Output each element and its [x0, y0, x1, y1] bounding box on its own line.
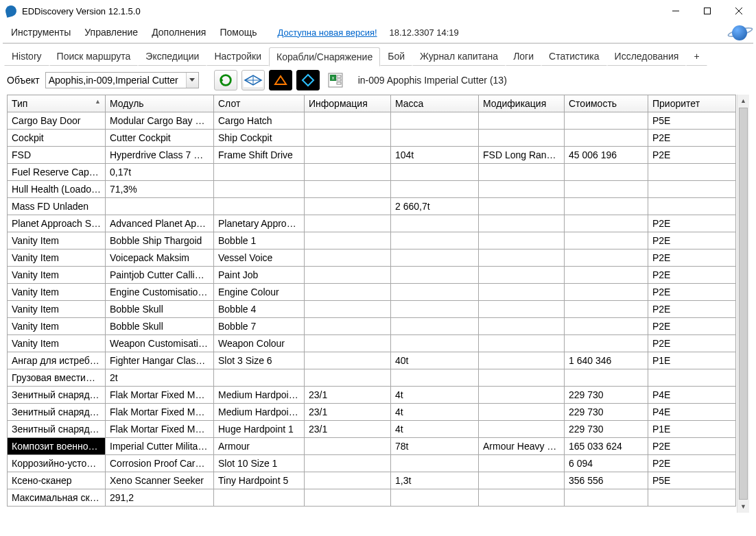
menu-manage[interactable]: Управление — [78, 24, 145, 40]
col-header-4[interactable]: Масса — [391, 95, 479, 112]
chevron-down-icon[interactable] — [186, 73, 198, 88]
cell: P5E — [648, 112, 736, 130]
tab-6[interactable]: Журнал капитана — [412, 47, 506, 66]
tab-3[interactable]: Настройки — [206, 47, 269, 66]
cell — [391, 249, 479, 267]
cell: Ship Cockpit — [214, 130, 305, 147]
close-button[interactable] — [723, 0, 755, 22]
vertical-scrollbar[interactable]: ▲ ▼ — [737, 95, 749, 513]
table-row[interactable]: Зенитный снаряд с ...Flak Mortar Fixed M… — [8, 387, 736, 404]
col-header-6[interactable]: Стоимость — [565, 95, 648, 112]
cell — [565, 318, 648, 335]
cell — [305, 318, 391, 335]
cell — [648, 198, 736, 215]
tab-5[interactable]: Бой — [380, 47, 412, 66]
refresh-button[interactable] — [214, 70, 237, 90]
cell: 23/1 — [305, 404, 391, 421]
col-header-2[interactable]: Слот — [214, 95, 305, 112]
new-version-link[interactable]: Доступна новая версия! — [278, 27, 377, 38]
menubar: Инструменты Управление Дополнения Помощь… — [0, 22, 756, 42]
cell — [391, 232, 479, 249]
tab-2[interactable]: Экспедиции — [138, 47, 206, 66]
table-row[interactable]: CockpitCutter CockpitShip CockpitP2E — [8, 130, 736, 147]
table-row[interactable]: Vanity ItemBobble SkullBobble 4P2E — [8, 301, 736, 318]
cell: Voicepack Maksim — [106, 249, 214, 267]
table-row[interactable]: Vanity ItemBobble Ship ThargoidBobble 1P… — [8, 232, 736, 249]
tab-1[interactable]: Поиск маршрута — [49, 47, 139, 66]
col-header-5[interactable]: Модификация — [479, 95, 565, 112]
planet-icon[interactable] — [727, 25, 752, 39]
menu-help[interactable]: Помощь — [213, 24, 263, 40]
inara-button[interactable] — [296, 70, 320, 90]
minimize-button[interactable] — [660, 0, 692, 22]
table-row[interactable]: Vanity ItemVoicepack MaksimVessel VoiceP… — [8, 249, 736, 267]
cell — [305, 249, 391, 267]
cell — [565, 164, 648, 181]
cell — [479, 301, 565, 318]
tab-8[interactable]: Статистика — [541, 47, 607, 66]
table-row[interactable]: Ксено-сканерXeno Scanner SeekerTiny Hard… — [8, 472, 736, 489]
cell — [565, 232, 648, 249]
table-row[interactable]: Максимальная ско...291,2 — [8, 489, 736, 507]
table-row[interactable]: Зенитный снаряд с ...Flak Mortar Fixed M… — [8, 421, 736, 438]
export-excel-button[interactable]: x — [324, 70, 347, 90]
col-header-1[interactable]: Модуль — [106, 95, 214, 112]
scroll-down-icon[interactable]: ▼ — [737, 500, 749, 513]
cell: P2E — [648, 147, 736, 164]
scroll-thumb[interactable] — [739, 108, 748, 500]
cell: P1E — [648, 421, 736, 438]
table-row[interactable]: Vanity ItemWeapon Customisatio...Weapon … — [8, 335, 736, 352]
table-row[interactable]: Vanity ItemPaintjob Cutter Calligra...Pa… — [8, 267, 736, 284]
col-header-3[interactable]: Информация — [305, 95, 391, 112]
tab-7[interactable]: Логи — [506, 47, 541, 66]
table-row[interactable]: Cargo Bay DoorModular Cargo Bay DoorCarg… — [8, 112, 736, 130]
cell — [214, 198, 305, 215]
cell: 165 033 624 — [565, 438, 648, 455]
col-header-0[interactable]: Тип▲ — [8, 95, 106, 112]
menu-tools[interactable]: Инструменты — [4, 24, 78, 40]
cell: Modular Cargo Bay Door — [106, 112, 214, 130]
table-row[interactable]: Vanity ItemEngine Customisation ...Engin… — [8, 284, 736, 301]
tab-10[interactable]: + — [686, 47, 707, 66]
table-row[interactable]: Fuel Reserve Capacity0,17t — [8, 164, 736, 181]
cell: Paintjob Cutter Calligra... — [106, 267, 214, 284]
divider — [3, 42, 753, 44]
cell — [479, 198, 565, 215]
cell: Bobble 1 — [214, 232, 305, 249]
cell: Vanity Item — [8, 318, 106, 335]
cell — [391, 318, 479, 335]
cell: Hyperdrive Class 7 Ra... — [106, 147, 214, 164]
module-table-scroll[interactable]: Тип▲МодульСлотИнформацияМассаМодификация… — [7, 95, 737, 513]
table-row[interactable]: Vanity ItemBobble SkullBobble 7P2E — [8, 318, 736, 335]
table-row[interactable]: Композит военного...Imperial Cutter Mili… — [8, 438, 736, 455]
cell: Frame Shift Drive — [214, 147, 305, 164]
cell — [479, 352, 565, 369]
table-row[interactable]: Грузовая вместимо...2t — [8, 369, 736, 387]
tab-9[interactable]: Исследования — [607, 47, 687, 66]
tab-0[interactable]: History — [4, 47, 49, 66]
table-row[interactable]: Коррозийно-устойч...Corrosion Proof Carg… — [8, 455, 736, 472]
edshipyard-button[interactable] — [269, 70, 292, 90]
table-row[interactable]: Зенитный снаряд с ...Flak Mortar Fixed M… — [8, 404, 736, 421]
tab-4[interactable]: Корабли/Снаряжение — [269, 47, 380, 66]
cell: P2E — [648, 318, 736, 335]
table-row[interactable]: Hull Health (Loadout)71,3% — [8, 181, 736, 198]
table-row[interactable]: Mass FD Unladen2 660,7t — [8, 198, 736, 215]
scroll-up-icon[interactable]: ▲ — [737, 95, 749, 107]
window-title: EDDiscovery Version 12.1.5.0 — [22, 6, 660, 16]
cell — [479, 369, 565, 387]
table-row[interactable]: FSDHyperdrive Class 7 Ra...Frame Shift D… — [8, 147, 736, 164]
table-row[interactable]: Ангар для истребит...Fighter Hangar Clas… — [8, 352, 736, 369]
cell — [565, 198, 648, 215]
cell — [479, 421, 565, 438]
menu-addons[interactable]: Дополнения — [145, 24, 213, 40]
col-header-7[interactable]: Приоритет — [648, 95, 736, 112]
cell: Paint Job — [214, 267, 305, 284]
object-input[interactable] — [46, 73, 186, 88]
object-combo[interactable] — [45, 72, 199, 88]
table-row[interactable]: Planet Approach SuiteAdvanced Planet App… — [8, 215, 736, 232]
cell — [391, 215, 479, 232]
maximize-button[interactable] — [692, 0, 723, 22]
cell: Flak Mortar Fixed Medi... — [106, 387, 214, 404]
coriolis-button[interactable] — [241, 70, 265, 90]
